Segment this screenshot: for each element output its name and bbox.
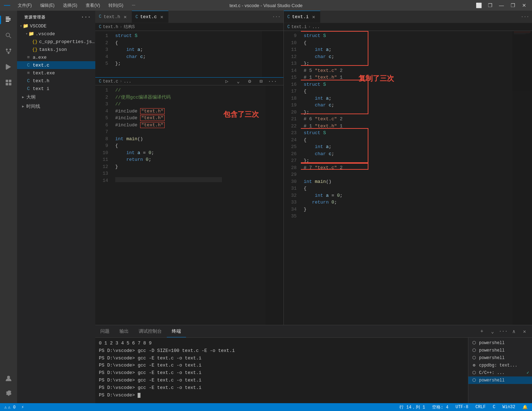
menu-edit[interactable]: 编辑(E) xyxy=(38,2,57,9)
more-actions-icon[interactable]: ··· xyxy=(268,77,277,86)
tab-texth[interactable]: C text.h ✕ xyxy=(95,11,132,23)
sidebar-outline-header[interactable]: ▶ 大纲 xyxy=(17,93,95,102)
sidebar-item-aexe[interactable]: ≡ a.exe xyxy=(17,53,95,61)
code-line: int a; xyxy=(115,46,262,53)
texti-code-area[interactable]: struct S { int a; char c; }; # 5 "text.c… xyxy=(301,31,532,325)
status-encoding[interactable]: UTF-8 xyxy=(454,405,470,410)
status-eol[interactable]: CRLF xyxy=(474,405,487,410)
menu-select[interactable]: 选择(S) xyxy=(61,2,79,9)
activity-search-icon[interactable] xyxy=(2,29,15,42)
run-dropdown-icon[interactable]: ⌄ xyxy=(234,77,243,86)
sidebar-item-textexe[interactable]: ≡ text.exe xyxy=(17,69,95,77)
activity-bar xyxy=(0,11,17,403)
sidebar-item-tasks-json[interactable]: {} tasks.json xyxy=(17,46,95,53)
texti-editor-content[interactable]: 9 10 11 12 13 14 15 16 17 18 19 20 21 22 xyxy=(284,31,532,325)
close-textc-button[interactable]: ✕ xyxy=(159,14,165,20)
sidebar-timeline-header[interactable]: ▶ 时间线 xyxy=(17,102,95,111)
status-run[interactable]: ⚡ xyxy=(20,405,25,410)
texti-label: text i xyxy=(33,86,95,91)
terminal-instance-2[interactable]: ⬡ powershell xyxy=(468,347,532,354)
panel-tab-terminal[interactable]: 终端 xyxy=(167,325,186,337)
close-texti-button[interactable]: ✕ xyxy=(311,14,316,20)
panel-tab-problems[interactable]: 问题 xyxy=(95,325,115,337)
editor-group-right: C text.i ✕ ··· C text.i › ... 9 xyxy=(284,11,532,325)
code-line: }; xyxy=(115,60,262,67)
svg-point-7 xyxy=(10,49,11,51)
sidebar-more-icon[interactable]: ··· xyxy=(81,14,91,20)
textc-code-area[interactable]: // //使用gcc编译器编译代码 // #include "text.h" #… xyxy=(112,85,283,325)
activity-run-icon[interactable] xyxy=(2,60,15,73)
menu-view[interactable]: 查看(V) xyxy=(84,2,102,9)
tab-more-right[interactable]: ··· xyxy=(518,11,532,23)
sidebar-item-textc[interactable]: C text.c xyxy=(17,61,95,69)
terminal-instance-cppdbg[interactable]: ⚙ cppdbg: text... xyxy=(468,362,532,369)
code-line-35 xyxy=(304,213,532,220)
menu-file[interactable]: 文件(F) xyxy=(16,2,34,9)
split-editor-icon[interactable]: ⊟ xyxy=(256,77,266,86)
sidebar-item-vscode-root[interactable]: ▾ 📁 VSCODE xyxy=(17,22,95,30)
exe-file-icon: ≡ xyxy=(26,70,31,76)
activity-extensions-icon[interactable] xyxy=(2,76,15,89)
tab-more-left[interactable]: ··· xyxy=(270,11,283,23)
layout-icon[interactable]: ⬜ xyxy=(474,2,483,9)
svg-marker-13 xyxy=(7,64,11,69)
split-icon[interactable]: ❐ xyxy=(486,2,494,9)
svg-rect-14 xyxy=(6,64,7,69)
maximize-button[interactable]: ❐ xyxy=(509,2,517,9)
aexe-label: a.exe xyxy=(33,55,95,60)
sidebar-item-cpp-properties[interactable]: {} c_cpp_properties.json xyxy=(17,38,95,46)
terminal-instance-label-cppdbg: cppdbg: text... xyxy=(479,363,517,368)
add-terminal-icon[interactable]: + xyxy=(477,327,486,336)
panel-maximize-icon[interactable]: ∧ xyxy=(509,327,518,336)
vscode-logo-icon: ⸻ xyxy=(4,2,10,9)
c-icon: C xyxy=(135,15,138,20)
split-terminal-icon[interactable]: ⌄ xyxy=(488,327,497,336)
menu-more[interactable]: ··· xyxy=(130,2,138,9)
textc-editor-content[interactable]: 1 2 3 4 5 6 7 8 9 10 11 12 13 14 xyxy=(95,85,283,325)
panel-tab-debug[interactable]: 调试控制台 xyxy=(134,325,167,337)
code-line-2: //使用gcc编译器编译代码 xyxy=(115,94,283,101)
sidebar-item-texti[interactable]: C text i xyxy=(17,85,95,93)
terminal-instance-1[interactable]: ⬡ powershell xyxy=(468,339,532,347)
vscode-root-label: VSCODE xyxy=(30,23,95,29)
statusbar: ⚠ ⚠ 0 ⚡ 行 14，列 1 空格: 4 UTF-8 CRLF C Win3… xyxy=(0,403,532,411)
tab-texti[interactable]: C text.i ✕ xyxy=(284,11,320,23)
panel-tab-actions: + ⌄ ··· ∧ ✕ xyxy=(477,325,532,337)
status-spaces[interactable]: 空格: 4 xyxy=(431,404,450,410)
panel-close-icon[interactable]: ✕ xyxy=(520,327,529,336)
activity-source-control-icon[interactable] xyxy=(2,45,15,58)
textc-label: text.c xyxy=(33,63,95,68)
sidebar-item-texth[interactable]: C text.h xyxy=(17,77,95,85)
settings-icon[interactable]: ⚙ xyxy=(245,77,254,86)
terminal-instance-active[interactable]: ⬡ powershell xyxy=(468,376,532,384)
sidebar-item-vscode-folder[interactable]: ▾ 📁 .vscode xyxy=(17,30,95,38)
close-texth-button[interactable]: ✕ xyxy=(122,14,128,20)
texth-code-area[interactable]: struct S { int a; char c; }; xyxy=(112,31,262,77)
status-notifications[interactable]: 🔔 xyxy=(521,405,529,410)
svg-rect-15 xyxy=(6,80,8,82)
terminal-instance-cpp[interactable]: ⬡ C/C++: ... ✓ xyxy=(468,369,532,376)
c-file-icon: C xyxy=(26,86,31,91)
breadcrumb-text: text.h xyxy=(103,25,118,30)
more-panel-icon[interactable]: ··· xyxy=(499,327,508,336)
tab-textc[interactable]: C text.c ✕ xyxy=(132,11,169,23)
status-errors[interactable]: ⚠ ⚠ 0 xyxy=(3,405,17,410)
status-line-col[interactable]: 行 14，列 1 xyxy=(398,404,426,410)
panel-tab-output[interactable]: 输出 xyxy=(115,325,134,337)
terminal-instance-3[interactable]: ⬡ powershell xyxy=(468,354,532,362)
status-language[interactable]: C xyxy=(491,405,497,410)
activity-account-icon[interactable] xyxy=(2,372,15,385)
minimize-button[interactable]: — xyxy=(497,2,506,9)
status-os[interactable]: Win32 xyxy=(501,405,517,410)
activity-explorer-icon[interactable] xyxy=(2,14,15,26)
activity-settings-icon[interactable] xyxy=(2,388,15,400)
run-button[interactable]: ▷ xyxy=(222,77,232,86)
close-button[interactable]: ✕ xyxy=(520,2,528,9)
timeline-label: 时间线 xyxy=(26,103,40,110)
folder-icon: 📁 xyxy=(28,31,34,37)
code-line-12: } xyxy=(115,163,283,170)
terminal-area[interactable]: 0 1 2 3 4 5 6 7 8 9 PS D:\vscode> gcc -D… xyxy=(95,338,468,403)
texth-line-numbers: 1 2 3 4 5 xyxy=(95,31,112,77)
menu-goto[interactable]: 转到(G) xyxy=(106,2,125,9)
terminal-instance-label-3: powershell xyxy=(479,355,505,360)
